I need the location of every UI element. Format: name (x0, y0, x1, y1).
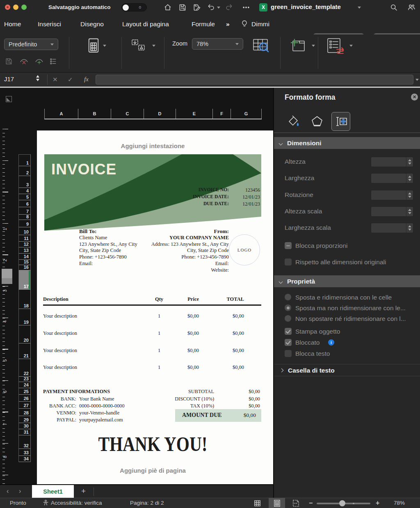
zoom-in-button[interactable]: + (376, 499, 379, 507)
sheet-tab-sheet1[interactable]: Sheet1 (32, 485, 74, 499)
column-header-A[interactable]: A (45, 109, 78, 119)
hide-view-icon[interactable] (20, 57, 28, 65)
row-header-13[interactable]: 13 (19, 247, 30, 254)
invoice-page[interactable]: Aggiungi intestazione INVOICE INVOICE NO… (37, 130, 273, 484)
column-header-G[interactable]: G (231, 109, 262, 119)
close-icon[interactable] (5, 5, 10, 10)
column-header-B[interactable]: B (78, 109, 111, 119)
macro-icon[interactable] (325, 38, 347, 54)
locked-checkbox[interactable] (285, 339, 292, 346)
add-sheet-button[interactable]: + (81, 487, 86, 496)
size-properties-tab[interactable] (331, 112, 350, 131)
move-no-size-radio[interactable] (285, 304, 291, 311)
row-header-2[interactable]: 2 (19, 166, 30, 176)
grid-view-icon[interactable] (253, 499, 261, 507)
footer-placeholder[interactable]: Aggiungi piè di pagina (44, 467, 261, 474)
filename-dropdown-icon[interactable] (358, 7, 361, 9)
row-header-12[interactable]: 12 (19, 242, 30, 247)
workbook-views-icon[interactable] (87, 38, 100, 53)
row-header-16[interactable]: 16 (19, 265, 30, 270)
minimize-icon[interactable] (13, 5, 18, 10)
relative-original-checkbox[interactable] (285, 259, 292, 265)
redo-icon[interactable] (225, 3, 233, 11)
row-header-26[interactable]: 26 (19, 395, 30, 402)
zoom-slider[interactable] (317, 503, 370, 504)
row-header-30[interactable]: 30 (19, 423, 30, 429)
column-header-F[interactable]: F (213, 109, 231, 119)
row-header-24[interactable]: 24 (19, 382, 30, 388)
formula-bar-expand-icon[interactable] (415, 79, 419, 81)
undo-dropdown-icon[interactable] (217, 7, 220, 9)
document-title[interactable]: green_invoice_template (271, 3, 341, 10)
row-header-10[interactable]: 10 (19, 227, 30, 235)
row-header-6[interactable]: 6 (19, 200, 30, 207)
height-input[interactable] (371, 157, 413, 167)
search-icon[interactable] (390, 3, 398, 11)
name-box-spinner[interactable] (36, 75, 39, 81)
zoom-select[interactable]: 78% (192, 38, 243, 50)
new-view-icon[interactable] (35, 57, 43, 65)
zoom-out-button[interactable]: − (309, 499, 313, 507)
row-header-27[interactable]: 27 (19, 402, 30, 409)
tab-formule[interactable]: Formule (192, 21, 215, 28)
prev-sheet-icon[interactable]: ‹ (7, 487, 9, 495)
row-header-14[interactable]: 14 (19, 254, 30, 260)
lock-aspect-checkbox[interactable] (285, 242, 292, 249)
row-header-31[interactable]: 31 (19, 429, 30, 435)
row-header-21[interactable]: 21 (19, 343, 30, 359)
page-layout-view-icon[interactable] (273, 499, 281, 507)
tab-disegno[interactable]: Disegno (80, 21, 104, 28)
formula-input[interactable] (96, 75, 413, 85)
next-sheet-icon[interactable]: › (19, 487, 21, 495)
save-as-icon[interactable] (193, 3, 201, 11)
row-header-34[interactable]: 34 (19, 456, 30, 462)
tab-overflow-icon[interactable]: » (226, 21, 230, 28)
row-header-5[interactable]: 5 (19, 194, 30, 200)
lock-text-checkbox[interactable] (285, 350, 292, 357)
column-header-E[interactable]: E (176, 109, 213, 119)
maximize-icon[interactable] (21, 5, 27, 10)
save-icon[interactable] (178, 3, 187, 11)
effects-tab[interactable] (308, 112, 326, 131)
view-list-icon[interactable] (49, 57, 57, 65)
row-header-3[interactable]: 3 (19, 176, 30, 188)
undo-icon[interactable] (207, 3, 215, 11)
close-icon[interactable]: ✕ (411, 94, 418, 101)
cancel-icon[interactable]: ✕ (52, 76, 58, 83)
name-box[interactable]: J17 (4, 76, 14, 82)
zoom-slider-knob[interactable] (339, 500, 345, 506)
row-header-25[interactable]: 25 (19, 388, 30, 395)
autosave-toggle[interactable]: o (121, 3, 147, 11)
show-icon[interactable] (130, 39, 147, 53)
insert-function-icon[interactable]: fx (84, 76, 89, 83)
row-header-20[interactable]: 20 (19, 325, 30, 343)
tab-layout-di-pagina[interactable]: Layout di pagina (122, 21, 169, 28)
row-header-18[interactable]: 18 (19, 290, 30, 309)
header-placeholder[interactable]: Aggiungi intestazione (44, 142, 261, 149)
row-header-28[interactable]: 28 (19, 409, 30, 416)
logo-placeholder[interactable]: LOGO (229, 234, 260, 265)
row-header-11[interactable]: 11 (19, 235, 30, 242)
fill-tab[interactable] (284, 112, 303, 131)
people-icon[interactable] (407, 3, 415, 11)
zoom-selection-icon[interactable] (251, 38, 270, 53)
tab-inserisci[interactable]: Inserisci (38, 21, 61, 28)
column-header-D[interactable]: D (144, 109, 176, 119)
print-object-checkbox[interactable] (285, 328, 292, 335)
row-header-23[interactable]: 23 (19, 377, 30, 382)
row-header-22[interactable]: 22 (19, 359, 30, 377)
row-header-32[interactable]: 32 (19, 435, 30, 449)
ellipsis-icon[interactable] (242, 3, 250, 11)
row-header-33[interactable]: 33 (19, 449, 30, 456)
zoom-percentage[interactable]: 78% (394, 500, 405, 506)
dimensions-section-header[interactable]: Dimensioni (274, 137, 420, 149)
tell-me-button[interactable]: Dimmi (251, 21, 269, 28)
row-header-1[interactable]: 1 (19, 155, 30, 166)
row-header-17[interactable]: 17 (19, 270, 30, 290)
enter-icon[interactable]: ✓ (68, 76, 73, 83)
rotation-input[interactable] (371, 190, 413, 200)
info-icon[interactable]: i (328, 339, 334, 346)
row-header-8[interactable]: 8 (19, 215, 30, 220)
style-preset-select[interactable]: Predefinito (4, 39, 58, 50)
move-size-radio[interactable] (285, 294, 291, 300)
